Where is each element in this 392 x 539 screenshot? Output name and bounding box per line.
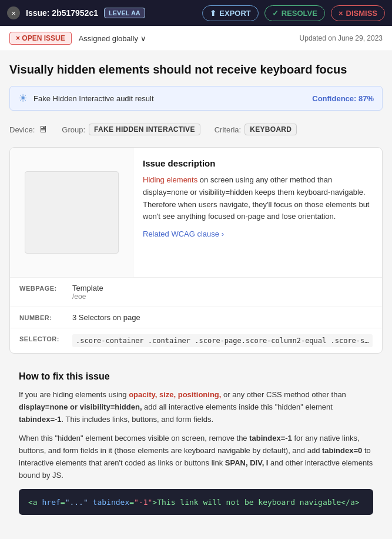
open-issue-badge: × OPEN ISSUE	[9, 32, 72, 45]
resolve-icon: ✓	[272, 9, 279, 18]
status-bar: × OPEN ISSUE Assigned globally ∨ Updated…	[0, 26, 392, 51]
webpage-sub: /eoe	[72, 292, 373, 301]
export-icon: ⬆	[210, 9, 216, 18]
export-label: EXPORT	[219, 9, 250, 18]
criteria-value: KEYBOARD	[244, 124, 297, 135]
number-label: NUMBER:	[19, 313, 72, 321]
selector-value: .score-container .container .score-page.…	[72, 334, 373, 347]
chevron-down-icon: ∨	[140, 34, 146, 43]
issue-card: Issue description Hiding elements on scr…	[9, 147, 383, 354]
device-icon: 🖥	[38, 124, 48, 135]
fix-para1-bold2: display=none or visibility=hidden,	[19, 402, 142, 411]
fix-para1-bold1: opacity, size, positioning,	[129, 390, 221, 399]
code-attr-href: href	[42, 498, 60, 507]
resolve-label: RESOLVE	[282, 9, 317, 18]
fix-para2-bold3: SPAN, DIV, I	[225, 458, 269, 467]
fix-para1-text2: or any other CSS method other than	[221, 390, 346, 399]
fix-para2-text1: When this "hidden" element becomes visib…	[19, 434, 249, 442]
issue-preview-area	[10, 148, 133, 277]
desc-highlight: Hiding elements	[143, 175, 197, 184]
dismiss-button[interactable]: × DISMISS	[331, 5, 385, 21]
fix-para2-bold1: tabindex=-1	[249, 434, 292, 442]
open-issue-label: × OPEN ISSUE	[16, 34, 65, 42]
export-button[interactable]: ⬆ EXPORT	[202, 5, 258, 21]
code-tag-open: <a	[28, 498, 42, 507]
preview-placeholder	[25, 171, 119, 254]
close-icon: ×	[11, 9, 16, 18]
issue-id: Issue: 2b517952c1	[26, 8, 98, 18]
info-row-webpage: WEBPAGE: Template /eoe	[10, 277, 382, 307]
confidence-text: Confidence: 87%	[312, 94, 374, 103]
issue-desc-body: Hiding elements on screen using any othe…	[143, 174, 373, 223]
wcag-link[interactable]: Related WCAG clause ›	[143, 229, 224, 238]
webpage-name: Template	[72, 284, 103, 292]
code-attr-tabindex: tabindex	[93, 498, 130, 507]
code-block: <a href="..." tabindex="-1">This link wi…	[19, 489, 373, 515]
close-button[interactable]: ×	[7, 6, 20, 19]
criteria-label: Criteria:	[215, 125, 242, 134]
header-bar: × Issue: 2b517952c1 LEVEL AA ⬆ EXPORT ✓ …	[0, 0, 392, 26]
issue-description-text: Issue description Hiding elements on scr…	[133, 148, 382, 277]
device-label: Device:	[9, 125, 35, 134]
fix-para1-text3: add all interactive elements inside this…	[142, 402, 333, 411]
fix-para-2: When this "hidden" element becomes visib…	[19, 432, 373, 481]
audit-result-text: Fake Hidden Interactive audit result	[33, 94, 306, 103]
code-content: <a href="..." tabindex="-1">This link wi…	[28, 498, 360, 507]
audit-icon: ☀	[18, 92, 28, 105]
main-content: Visually hidden elements should not rece…	[0, 51, 392, 524]
fix-para1-text4: . This includes links, buttons, and form…	[62, 415, 213, 424]
dismiss-icon: ×	[339, 9, 343, 18]
code-str-href: "..."	[65, 498, 88, 507]
dismiss-label: DISMISS	[346, 9, 377, 18]
fix-para-1: If you are hiding elements using opacity…	[19, 389, 373, 425]
group-meta: Group: FAKE HIDDEN INTERACTIVE	[62, 124, 200, 135]
device-meta: Device: 🖥	[9, 124, 48, 135]
info-row-number: NUMBER: 3 Selectors on page	[10, 307, 382, 328]
how-to-fix-section: How to fix this issue If you are hiding …	[9, 362, 383, 524]
meta-bar: Device: 🖥 Group: FAKE HIDDEN INTERACTIVE…	[9, 119, 383, 140]
criteria-meta: Criteria: KEYBOARD	[215, 124, 297, 135]
webpage-label: WEBPAGE:	[19, 284, 72, 292]
group-label: Group:	[62, 125, 85, 134]
audit-result-bar: ☀ Fake Hidden Interactive audit result C…	[9, 86, 383, 111]
code-val-tabindex: "-1"	[134, 498, 152, 507]
updated-text: Updated on June 29, 2023	[300, 34, 383, 42]
assigned-globally-dropdown[interactable]: Assigned globally ∨	[79, 34, 146, 43]
issue-description-block: Issue description Hiding elements on scr…	[10, 148, 382, 277]
assigned-label: Assigned globally	[79, 34, 138, 43]
level-badge: LEVEL AA	[104, 8, 145, 18]
webpage-value: Template /eoe	[72, 284, 373, 301]
number-value: 3 Selectors on page	[72, 313, 373, 322]
group-value: FAKE HIDDEN INTERACTIVE	[89, 124, 200, 135]
fix-para1-text1: If you are hiding elements using	[19, 390, 129, 399]
issue-title: Visually hidden elements should not rece…	[9, 62, 383, 78]
resolve-button[interactable]: ✓ RESOLVE	[264, 5, 325, 21]
fix-para1-bold3: tabindex=-1	[19, 415, 62, 424]
info-row-selector: SELECTOR: .score-container .container .s…	[10, 328, 382, 353]
selector-label: SELECTOR:	[19, 334, 72, 342]
fix-para2-bold2: tabindex=0	[322, 446, 362, 455]
fix-title: How to fix this issue	[19, 371, 373, 382]
issue-desc-title: Issue description	[143, 158, 373, 168]
